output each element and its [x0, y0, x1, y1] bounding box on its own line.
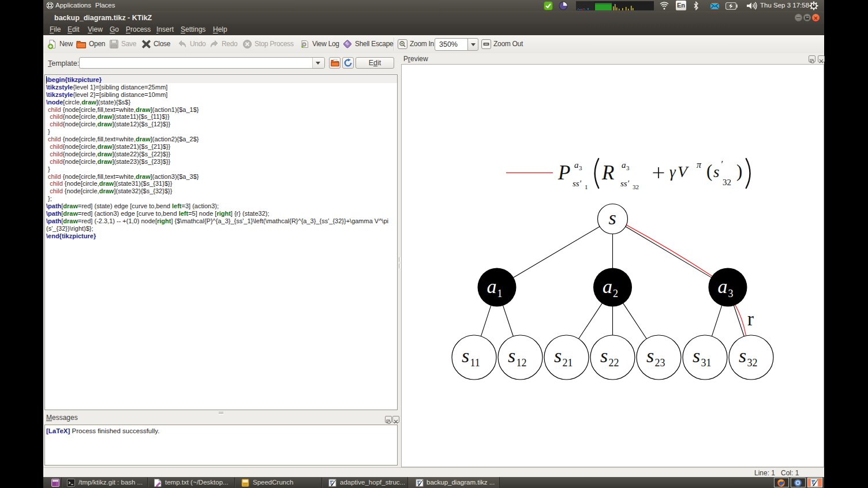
svg-text:s: s — [713, 163, 720, 181]
svg-text:s: s — [600, 345, 608, 366]
svg-text:23: 23 — [655, 357, 665, 369]
svg-text:a: a — [718, 276, 728, 297]
svg-text:s: s — [508, 345, 515, 366]
svg-text:1: 1 — [585, 183, 588, 190]
svg-text:a: a — [622, 160, 626, 170]
svg-text:31: 31 — [701, 357, 712, 369]
svg-text:a: a — [603, 276, 612, 297]
svg-text:3: 3 — [579, 164, 582, 171]
svg-text:r: r — [747, 309, 754, 329]
svg-text:R: R — [601, 162, 614, 184]
svg-text:1: 1 — [497, 288, 503, 299]
svg-text:γ: γ — [669, 163, 676, 181]
svg-text:): ) — [736, 161, 742, 181]
svg-text:s: s — [646, 345, 654, 366]
svg-text:3: 3 — [728, 288, 734, 299]
svg-text:ss′: ss′ — [573, 179, 582, 188]
svg-text:12: 12 — [517, 357, 527, 369]
svg-text:s: s — [693, 345, 700, 366]
svg-text:s: s — [609, 207, 616, 228]
svg-text:a: a — [574, 160, 579, 170]
svg-text:32: 32 — [747, 357, 758, 369]
svg-text:22: 22 — [609, 357, 619, 369]
svg-text:32: 32 — [633, 183, 639, 190]
svg-text:a: a — [487, 276, 497, 297]
svg-text:21: 21 — [563, 357, 573, 369]
svg-text:2: 2 — [613, 288, 618, 299]
svg-text:s: s — [554, 345, 562, 366]
svg-text:11: 11 — [470, 357, 480, 369]
svg-text:32: 32 — [723, 178, 731, 187]
svg-text:V: V — [678, 163, 689, 181]
svg-text:P: P — [558, 162, 570, 184]
svg-text:3: 3 — [626, 164, 630, 171]
svg-text:′: ′ — [721, 159, 724, 170]
svg-text:ss′: ss′ — [620, 179, 630, 188]
svg-text:s: s — [739, 345, 746, 366]
svg-text:π: π — [697, 160, 702, 170]
svg-text:s: s — [462, 345, 469, 366]
svg-text:(: ( — [706, 161, 712, 181]
